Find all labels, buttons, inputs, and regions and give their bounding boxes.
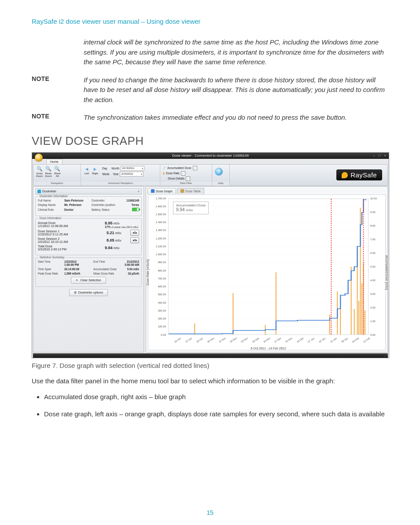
figure-caption: Figure 7. Dose graph with selection (ver… [32, 362, 388, 369]
running-header: RaySafe i2 dose viewer user manual – Usi… [32, 18, 388, 25]
table-icon [181, 189, 184, 193]
play-session2-button[interactable]: ▸0◂ [130, 237, 139, 243]
gear-icon: ⚙ [74, 291, 77, 294]
month-label: Month [111, 167, 119, 170]
selection-summary-group: Selection Summary Start Time 1/22/20121:… [35, 257, 142, 287]
side-panel-header[interactable]: Dosimeter ▾ [35, 188, 142, 195]
note-text: The synchronization takes immediate effe… [84, 113, 388, 123]
svg-rect-18 [194, 323, 195, 334]
undo-zoom-button[interactable]: 🔍 Undo Zoom [36, 166, 43, 178]
day-label: Day [102, 167, 107, 170]
svg-rect-28 [358, 301, 359, 334]
battery-icon [132, 208, 139, 211]
week-label: Week [102, 173, 110, 176]
chevron-down-icon: ▾ [141, 173, 142, 176]
svg-rect-19 [232, 293, 233, 334]
tab-home[interactable]: Home [46, 159, 63, 164]
note-block: NOTE The synchronization takes immediate… [32, 113, 388, 123]
plot-area[interactable]: Dose Rate [mSv/h] Accumulated Dose [mSv]… [148, 195, 386, 350]
bullet-list: Accumulated dose graph, right axis – blu… [44, 392, 388, 419]
maximize-icon[interactable]: □ [378, 154, 380, 158]
raysafe-bird-icon [342, 172, 348, 178]
chart-svg [169, 199, 368, 334]
show-all-button[interactable]: 🔍 Show All [54, 166, 61, 178]
show-all-icon: 🔍 [54, 166, 60, 172]
x-axis: 8 Oct 2011 - 14 Feb 2012 15 Oct22 Oct29 … [168, 335, 368, 350]
right-button[interactable]: ► Right [92, 166, 98, 175]
ribbon-group-label: Advanced Navigation [81, 182, 160, 186]
x-axis-title: 8 Oct 2011 - 14 Feb 2012 [168, 347, 368, 350]
arrow-right-icon: ► [92, 166, 98, 172]
play-session1-button[interactable]: ▸0◂ [130, 230, 139, 236]
dosimeter-options-button[interactable]: ⚙Dosimeter options [69, 289, 108, 296]
paragraph-continuation: internal clock will be synchronized to t… [84, 37, 388, 67]
redo-zoom-icon: 🔍 [45, 166, 52, 172]
y-left-axis-label: Dose Rate [mSv/h] [146, 259, 149, 285]
year-label: Year [113, 173, 118, 176]
help-icon[interactable]: ? [215, 168, 223, 176]
tab-dose-graph[interactable]: Dose Graph [147, 188, 176, 194]
y-left-ticks: 0.00100.00200.00300.00400.00500.00600.00… [149, 198, 167, 335]
undo-zoom-icon: 🔍 [37, 166, 43, 172]
show-details-checkbox[interactable]: ✓ [186, 176, 190, 181]
chevron-down-icon: ▾ [142, 167, 143, 170]
note-block: NOTE If you need to change the time back… [32, 75, 388, 105]
brand-name: RaySafe [350, 171, 377, 179]
svg-rect-30 [361, 283, 362, 334]
end-date-dropdown[interactable]: 2/14/2012▾ [120, 172, 144, 176]
tab-dose-table[interactable]: Dose Table [177, 188, 204, 194]
note-label: NOTE [32, 113, 84, 123]
accumulated-dose-label: Accumulated Dose [167, 166, 192, 169]
start-date-dropdown[interactable]: 10/ 8/2011▾ [121, 166, 144, 171]
app-window: Dose viewer - Connected to dosimeter 110… [32, 152, 389, 358]
note-label: NOTE [32, 75, 84, 105]
dose-rate-checkbox[interactable]: ✓ [181, 171, 185, 176]
bar-orange-icon: ▮ [163, 172, 165, 175]
brand-area: RaySafe [230, 165, 387, 186]
ribbon-group-label: Help [212, 182, 229, 186]
scissors-icon: ✂ [76, 279, 78, 282]
chart-callout: Accumulated Dose 9.94 mSv [173, 202, 209, 215]
list-item: Dose rate graph, left axis – orange grap… [44, 409, 388, 419]
svg-rect-26 [354, 309, 355, 334]
ribbon: 🔍 Undo Zoom 🔍 Redo Zoom 🔍 Show All Navig… [33, 164, 388, 186]
minimize-icon[interactable]: – [373, 154, 375, 158]
resize-grip-icon[interactable]: ⋰ [384, 353, 387, 357]
line-blue-icon: ／ [163, 166, 166, 170]
show-details-label: Show Details [168, 177, 184, 180]
app-orb-icon[interactable] [35, 154, 43, 162]
y-right-ticks: 0.001.002.003.004.005.006.007.008.009.00… [369, 198, 384, 335]
svg-rect-22 [329, 314, 330, 334]
dosimeter-icon [37, 190, 41, 193]
redo-zoom-button[interactable]: 🔍 Redo Zoom [45, 166, 52, 178]
accumulated-dose-checkbox[interactable]: ✓ [193, 166, 197, 170]
svg-rect-32 [365, 310, 365, 334]
svg-rect-24 [340, 308, 341, 334]
side-panel: Dosimeter ▾ Dosimeter Information Full N… [33, 186, 144, 352]
chart-panel: Dose Graph Dose Table Dose Rate [mSv/h] … [146, 186, 388, 352]
arrow-left-icon: ◄ [84, 166, 90, 172]
clear-selection-button[interactable]: ✂Clear Selection [71, 277, 106, 284]
paragraph: Use the data filter panel in the home me… [32, 376, 388, 386]
ribbon-group-label: Data Filter [160, 182, 212, 186]
dosimeter-info-group: Dosimeter Information Full NameSam Peter… [35, 196, 142, 216]
dose-rate-label: Dose Rate [166, 172, 180, 175]
dose-info-group: Dose Information Annual Dose 1/1/2012 12… [35, 218, 142, 255]
page-number: 15 [0, 509, 420, 516]
section-heading: VIEW DOSE GRAPH [32, 134, 388, 148]
left-button[interactable]: ◄ Left [84, 166, 90, 175]
window-title: Dose viewer - Connected to dosimeter 110… [32, 154, 389, 158]
close-icon[interactable]: × [384, 154, 386, 158]
y-right-axis-label: Accumulated Dose [mSv] [386, 255, 389, 290]
ribbon-group-label: Navigation [33, 182, 81, 186]
titlebar: Dose viewer - Connected to dosimeter 110… [32, 153, 389, 159]
status-bar: ⋰ [33, 353, 388, 358]
chart-icon [151, 189, 155, 193]
chevron-down-icon: ▾ [138, 190, 140, 193]
list-item: Accumulated dose graph, right axis – blu… [44, 392, 388, 402]
note-text: If you need to change the time backwards… [84, 75, 388, 105]
